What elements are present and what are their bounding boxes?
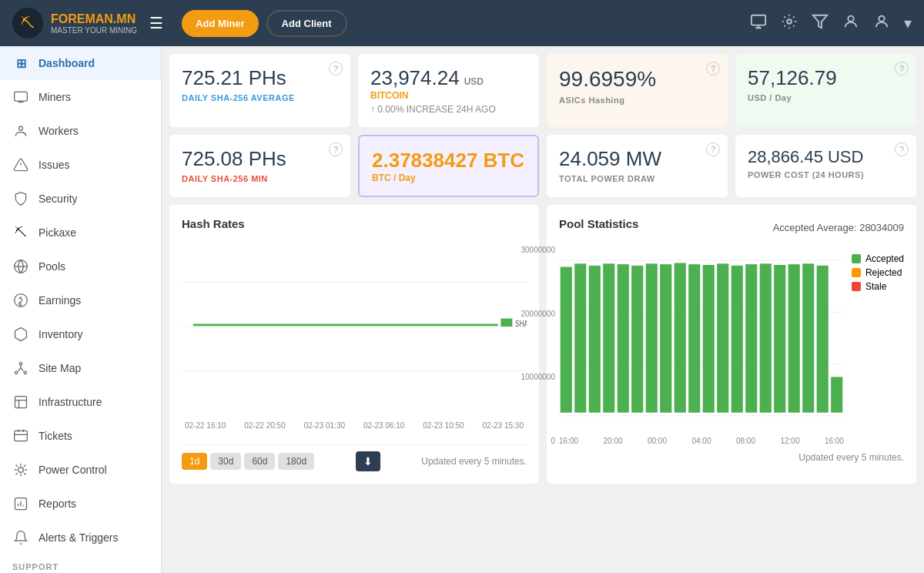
hamburger-icon[interactable]: ☰ (149, 14, 163, 32)
svg-rect-37 (717, 263, 728, 412)
help-icon-7[interactable]: ? (706, 142, 720, 156)
sha256-avg-label: DAILY SHA-256 AVERAGE (182, 93, 338, 102)
legend-stale: Stale (852, 281, 904, 292)
pool-x-label-6: 12:00 (780, 437, 799, 445)
bitcoin-name: BITCOIN (370, 90, 527, 101)
hashrate-chart-area: SHA-256 02-22 16:10 02-22 20:50 02-23 01… (182, 238, 527, 438)
asics-label: ASICs Hashing (559, 96, 715, 105)
sidebar-item-alerts[interactable]: Alerts & Triggers (0, 521, 161, 555)
pool-x-label-3: 00:00 (648, 437, 667, 445)
sidebar-label-issues: Issues (38, 159, 69, 171)
issues-icon (12, 156, 29, 173)
sidebar-item-earnings[interactable]: Earnings (0, 283, 161, 317)
x-label-4: 02-23 06:10 (363, 421, 404, 430)
help-icon-8[interactable]: ? (895, 142, 909, 156)
legend-stale-label: Stale (865, 281, 886, 292)
sha256-avg-value: 725.21 PHs (182, 66, 338, 90)
sidebar-label-alerts: Alerts & Triggers (38, 531, 118, 544)
btc-day-value: 2.37838427 BTC (372, 149, 525, 173)
svg-rect-32 (646, 263, 658, 412)
pool-chart-bars: 30000000 20000000 10000000 0 (559, 246, 844, 445)
security-icon (12, 190, 29, 207)
help-icon-4[interactable]: ? (895, 62, 909, 75)
power-draw-label: TOTAL POWER DRAW (559, 174, 715, 183)
tickets-icon (12, 427, 29, 444)
sidebar-label-infrastructure: Infrastructure (38, 396, 102, 408)
sidebar-label-tickets: Tickets (38, 430, 72, 442)
add-client-button[interactable]: Add Client (266, 10, 347, 37)
sidebar-item-issues[interactable]: Issues (0, 148, 161, 182)
sidebar-item-dashboard[interactable]: ⊞ Dashboard (0, 46, 161, 80)
svg-point-4 (879, 15, 884, 21)
sidebar-item-reports[interactable]: Reports (0, 487, 161, 521)
settings-icon[interactable] (781, 13, 798, 34)
y-label-top: 30000000 (517, 246, 555, 254)
svg-rect-31 (631, 266, 643, 413)
bitcoin-currency: USD (464, 76, 484, 87)
logo-icon: ⛏ (12, 8, 43, 39)
time-btn-30d[interactable]: 30d (210, 453, 241, 470)
svg-rect-34 (675, 263, 686, 412)
sidebar-label-inventory: Inventory (38, 328, 83, 340)
charts-section: Hash Rates SHA-256 (169, 205, 916, 484)
accepted-dot (852, 254, 861, 263)
hashrate-chart-footer: 1d 30d 60d 180d ⬇ Updated every 5 minute… (182, 444, 527, 471)
sidebar-item-tickets[interactable]: Tickets (0, 419, 161, 453)
time-btn-180d[interactable]: 180d (278, 453, 314, 470)
stat-card-btc-day: 2.37838427 BTC BTC / Day (358, 135, 539, 197)
download-button[interactable]: ⬇ (356, 451, 380, 471)
legend-rejected-label: Rejected (865, 267, 902, 278)
sitemap-icon (12, 360, 29, 377)
pool-x-label-5: 08:00 (736, 437, 755, 445)
sidebar-item-power-control[interactable]: Power Control (0, 453, 161, 487)
sidebar-item-workers[interactable]: Workers (0, 114, 161, 148)
svg-rect-41 (774, 265, 785, 413)
help-icon-3[interactable]: ? (706, 62, 720, 75)
brand-name: FOREMAN.MN (51, 12, 137, 26)
rejected-dot (852, 268, 861, 277)
sha256-min-value: 725.08 PHs (182, 147, 338, 171)
help-icon-1[interactable]: ? (329, 62, 343, 75)
stats-row-2: ? 725.08 PHs DAILY SHA-256 MIN 2.3783842… (169, 135, 916, 197)
infrastructure-icon (12, 394, 29, 410)
pickaxe-icon: ⛏ (12, 224, 29, 241)
svg-rect-26 (561, 267, 572, 413)
filter-icon[interactable] (812, 13, 829, 34)
notifications-icon[interactable] (750, 13, 767, 34)
add-miner-button[interactable]: Add Miner (182, 10, 259, 37)
svg-point-10 (15, 371, 18, 374)
user-icon[interactable] (842, 13, 859, 34)
legend-rejected: Rejected (852, 267, 904, 278)
profile-icon[interactable] (873, 13, 890, 34)
svg-point-6 (19, 126, 23, 130)
sidebar-label-workers: Workers (38, 125, 79, 137)
stale-dot (852, 282, 861, 291)
legend-accepted-label: Accepted (865, 253, 904, 264)
sidebar: ⊞ Dashboard Miners Workers Issues Secu (0, 46, 162, 573)
header: ⛏ FOREMAN.MN MASTER YOUR MINING ☰ Add Mi… (0, 0, 924, 46)
pool-chart-content: 30000000 20000000 10000000 0 (559, 246, 904, 445)
pool-chart-card: Pool Statistics Accepted Average: 280340… (547, 205, 916, 484)
dropdown-arrow-icon[interactable]: ▾ (904, 14, 912, 32)
sidebar-item-security[interactable]: Security (0, 182, 161, 216)
sidebar-item-miners[interactable]: Miners (0, 80, 161, 114)
sidebar-item-pools[interactable]: Pools (0, 250, 161, 283)
help-icon-5[interactable]: ? (329, 142, 343, 156)
svg-point-14 (18, 467, 24, 473)
time-btn-1d[interactable]: 1d (182, 453, 207, 470)
sidebar-item-infrastructure[interactable]: Infrastructure (0, 385, 161, 419)
svg-marker-2 (813, 15, 827, 28)
sidebar-item-sitemap[interactable]: Site Map (0, 351, 161, 385)
power-draw-value: 24.059 MW (559, 147, 715, 171)
stats-row-1: ? 725.21 PHs DAILY SHA-256 AVERAGE 23,97… (169, 54, 916, 127)
sidebar-label-power-control: Power Control (38, 464, 107, 476)
svg-rect-13 (15, 431, 28, 441)
dashboard-icon: ⊞ (12, 55, 29, 72)
alerts-icon (12, 529, 29, 546)
sidebar-item-pickaxe[interactable]: ⛏ Pickaxe (0, 216, 161, 250)
time-btn-60d[interactable]: 60d (244, 453, 275, 470)
pool-update-text: Updated every 5 minutes. (798, 452, 904, 463)
usd-day-value: 57,126.79 (748, 66, 904, 90)
svg-rect-0 (752, 15, 765, 25)
sidebar-item-inventory[interactable]: Inventory (0, 317, 161, 351)
